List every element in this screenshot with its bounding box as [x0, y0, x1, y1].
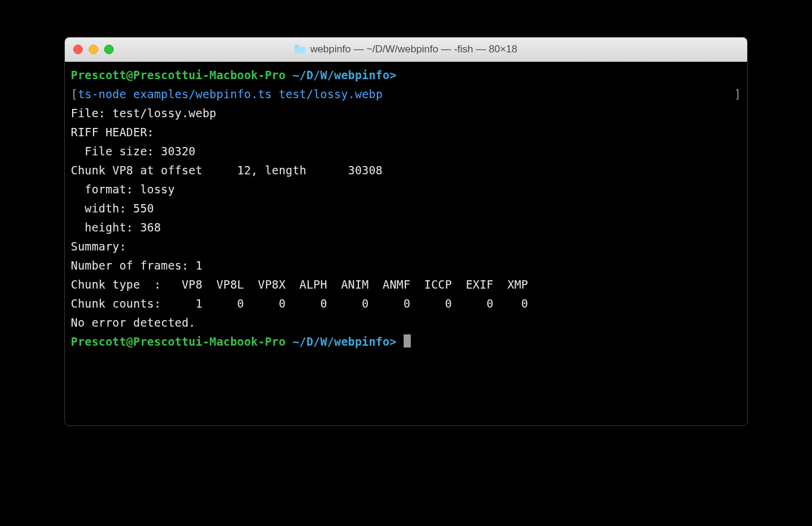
output-chunk: Chunk VP8 at offset 12, length 30308 — [71, 164, 383, 177]
output-no-error: No error detected. — [71, 316, 196, 329]
cursor-icon — [404, 334, 411, 347]
output-frames: Number of frames: 1 — [71, 259, 202, 272]
minimize-icon[interactable] — [89, 45, 98, 54]
bracket-open: [ — [71, 87, 78, 101]
prompt-path-2: ~/D/W/webpinfo — [292, 335, 389, 348]
prompt-user-host: Prescott@Prescottui-Macbook-Pro — [71, 68, 286, 82]
window-title: webpinfo — ~/D/W/webpinfo — -fish — 80×1… — [65, 43, 747, 55]
folder-icon — [295, 45, 305, 54]
output-chunk-counts: Chunk counts: 1 0 0 0 0 0 0 0 0 — [71, 297, 528, 310]
bracket-close: ] — [734, 84, 741, 104]
window-title-text: webpinfo — ~/D/W/webpinfo — -fish — 80×1… — [310, 43, 517, 55]
output-width: width: 550 — [71, 202, 154, 215]
terminal-content[interactable]: Prescott@Prescottui-Macbook-Pro ~/D/W/we… — [65, 62, 747, 357]
traffic-lights — [73, 45, 114, 54]
window-titlebar[interactable]: webpinfo — ~/D/W/webpinfo — -fish — 80×1… — [65, 37, 747, 62]
output-file: File: test/lossy.webp — [71, 107, 216, 120]
output-file-size: File size: 30320 — [71, 145, 196, 158]
command-program: ts-node — [78, 87, 126, 101]
terminal-window: webpinfo — ~/D/W/webpinfo — -fish — 80×1… — [64, 37, 748, 426]
output-height: height: 368 — [71, 221, 161, 234]
zoom-icon[interactable] — [104, 45, 114, 54]
output-summary: Summary: — [71, 240, 126, 253]
close-icon[interactable] — [73, 45, 83, 54]
command-args: examples/webpinfo.ts test/lossy.webp — [133, 87, 383, 101]
output-format: format: lossy — [71, 183, 175, 196]
prompt-path: ~/D/W/webpinfo — [292, 68, 389, 82]
output-chunk-types: Chunk type : VP8 VP8L VP8X ALPH ANIM ANM… — [71, 278, 528, 291]
prompt-arrow-2: > — [389, 335, 396, 348]
prompt-user-host-2: Prescott@Prescottui-Macbook-Pro — [71, 335, 286, 348]
prompt-arrow: > — [389, 68, 396, 82]
output-riff-header: RIFF HEADER: — [71, 126, 154, 139]
